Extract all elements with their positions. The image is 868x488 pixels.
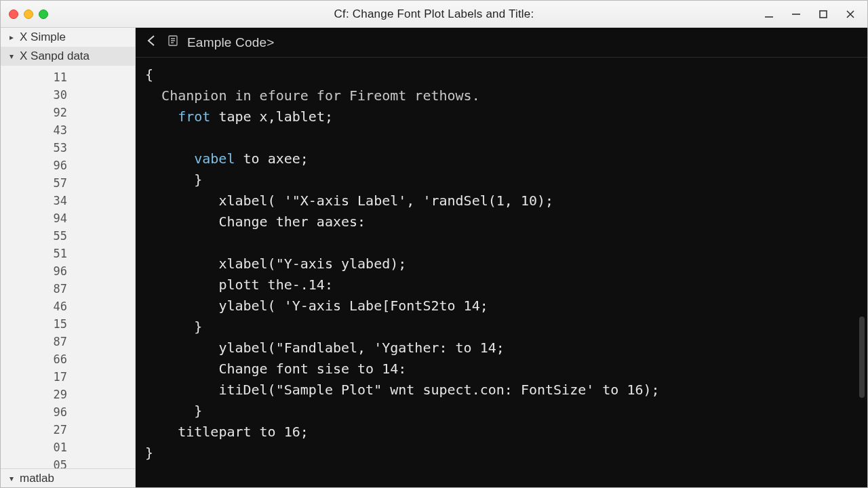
tree-item-sample-data[interactable]: ▾ X Sanpd data: [1, 47, 135, 66]
code-line: }: [194, 403, 202, 419]
file-icon: [167, 35, 179, 50]
code-line: Change font sise to 14:: [218, 361, 406, 377]
line-number: 53: [1, 139, 135, 157]
tree-item-label: X Sanpd data: [20, 49, 90, 63]
line-number: 55: [1, 227, 135, 245]
code-keyword: vabel: [194, 150, 235, 167]
line-number: 17: [1, 368, 135, 386]
maximize-button[interactable]: [816, 7, 831, 22]
close-button[interactable]: [843, 7, 858, 22]
chevron-down-icon: ▾: [7, 474, 16, 483]
line-number: 87: [1, 333, 135, 350]
line-number: 96: [1, 403, 135, 421]
code-line: plott the-.14:: [218, 277, 333, 293]
back-arrow-icon[interactable]: [145, 34, 159, 51]
line-number: 11: [1, 68, 135, 86]
code-keyword: frot: [178, 108, 210, 125]
sidebar: ▸ X Simple ▾ X Sanpd data 11 30 92 43 53…: [1, 28, 136, 487]
window-body: ▸ X Simple ▾ X Sanpd data 11 30 92 43 53…: [1, 28, 867, 487]
line-number: 92: [1, 104, 135, 121]
traffic-lights: [9, 9, 48, 19]
line-number: 87: [1, 280, 135, 298]
line-number: 51: [1, 245, 135, 262]
code-line: }: [145, 445, 153, 461]
line-number: 01: [1, 439, 135, 456]
code-line: to axee;: [235, 150, 308, 167]
line-number: 94: [1, 209, 135, 227]
line-number: 05: [1, 456, 135, 468]
code-line: Chanpion in efoure for Fireomt rethows.: [161, 87, 480, 104]
zoom-dot[interactable]: [39, 9, 48, 19]
app-window: Cf: Change Font Plot Labels and Title: ▸…: [0, 0, 868, 488]
code-line: }: [194, 171, 202, 188]
vertical-scrollbar[interactable]: [858, 86, 866, 483]
scrollbar-thumb[interactable]: [859, 317, 865, 398]
code-line: ylabel( 'Y-axis Labe[FontS2to 14;: [218, 298, 488, 314]
line-number: 15: [1, 315, 135, 333]
window-controls: [762, 7, 862, 22]
code-line: Change ther aaxes:: [218, 214, 366, 230]
minimize2-button[interactable]: [789, 7, 804, 22]
window-title: Cf: Change Font Plot Labels and Title:: [1, 7, 867, 21]
line-number: 46: [1, 298, 135, 315]
svg-rect-0: [820, 11, 827, 18]
line-number: 30: [1, 86, 135, 104]
chevron-right-icon: ▸: [7, 33, 16, 42]
code-line: itiDel("Sample Plot" wnt supect.con: Fon…: [218, 382, 659, 398]
title-bar: Cf: Change Font Plot Labels and Title:: [1, 1, 867, 28]
close-dot[interactable]: [9, 9, 18, 19]
code-area[interactable]: { Chanpion in efoure for Fireomt rethows…: [136, 58, 867, 487]
tree-item-label: X Simple: [20, 30, 66, 44]
line-number: 96: [1, 157, 135, 174]
line-number: 66: [1, 350, 135, 368]
code-line: xlabel( '"X-axis Label', 'randSel(1, 10)…: [218, 192, 553, 209]
code-line: ylabel("Fandlabel, 'Ygather: to 14;: [218, 340, 504, 356]
breadcrumb[interactable]: Eample Code>: [187, 35, 275, 50]
tree-item-label: matlab: [20, 472, 54, 485]
line-number: 43: [1, 121, 135, 139]
line-number: 29: [1, 386, 135, 403]
line-number-gutter: 11 30 92 43 53 96 57 34 94 55 51 96 87 4…: [1, 66, 135, 468]
editor-header: Eample Code>: [136, 28, 867, 58]
code-line: }: [194, 319, 202, 335]
chevron-down-icon: ▾: [7, 52, 16, 61]
line-number: 96: [1, 262, 135, 280]
code-line: tape x,lablet;: [210, 108, 333, 125]
minimize-button[interactable]: [762, 7, 776, 22]
minimize-dot[interactable]: [24, 9, 33, 19]
code-line: {: [145, 66, 153, 83]
line-number: 57: [1, 174, 135, 192]
code-line: xlabel("Y-axis ylabed);: [218, 256, 406, 272]
line-number: 27: [1, 421, 135, 439]
tree-item-matlab[interactable]: ▾ matlab: [1, 468, 135, 487]
tree-item-simple[interactable]: ▸ X Simple: [1, 28, 135, 47]
code-editor[interactable]: Eample Code> { Chanpion in efoure for Fi…: [136, 28, 867, 487]
line-number: 34: [1, 192, 135, 209]
code-line: titlepart to 16;: [178, 424, 309, 440]
